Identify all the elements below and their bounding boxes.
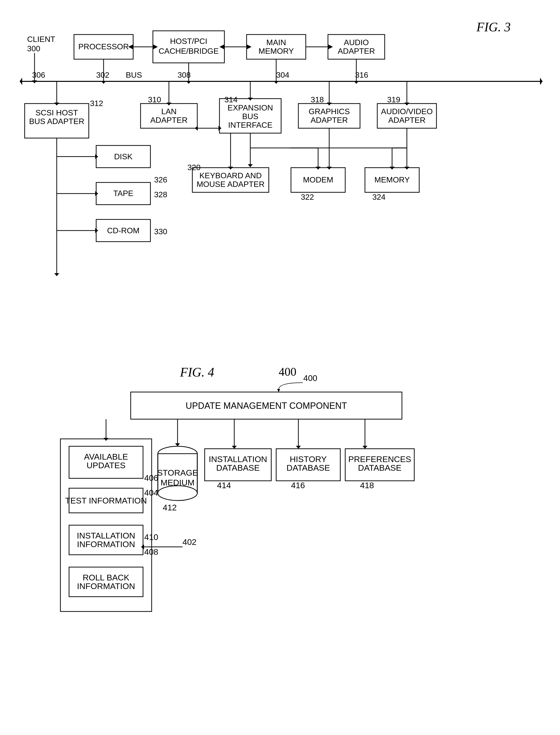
svg-text:324: 324 <box>372 193 385 201</box>
svg-marker-72 <box>54 273 59 276</box>
svg-text:304: 304 <box>276 71 289 79</box>
svg-text:406: 406 <box>144 473 158 483</box>
svg-text:INFORMATION: INFORMATION <box>77 581 135 591</box>
svg-text:318: 318 <box>311 95 324 104</box>
svg-text:319: 319 <box>387 95 400 104</box>
svg-text:MODEM: MODEM <box>303 175 333 184</box>
svg-text:320: 320 <box>187 163 200 172</box>
fig4-svg: .box-text4 { font-family: Arial, sans-se… <box>20 362 542 732</box>
svg-marker-148 <box>104 438 108 441</box>
svg-marker-123 <box>232 446 237 449</box>
svg-marker-20 <box>20 78 22 85</box>
svg-text:LAN: LAN <box>161 107 177 116</box>
svg-text:402: 402 <box>182 537 197 547</box>
svg-text:KEYBOARD AND: KEYBOARD AND <box>199 171 262 180</box>
svg-marker-117 <box>277 389 280 392</box>
svg-text:302: 302 <box>96 71 109 79</box>
fig3-diagram: FIG. 3 .box-text { font-family: Arial, s… <box>20 15 540 348</box>
svg-text:ADAPTER: ADAPTER <box>338 47 375 55</box>
svg-text:326: 326 <box>154 175 167 184</box>
svg-marker-125 <box>296 446 301 449</box>
svg-text:STORAGE: STORAGE <box>157 468 198 477</box>
svg-text:322: 322 <box>301 193 314 201</box>
svg-text:300: 300 <box>27 44 40 53</box>
svg-text:DATABASE: DATABASE <box>358 463 401 472</box>
svg-text:EXPANSION: EXPANSION <box>228 103 273 112</box>
svg-text:328: 328 <box>154 190 167 199</box>
svg-text:400: 400 <box>303 373 317 383</box>
svg-text:MEMORY: MEMORY <box>258 47 294 55</box>
svg-text:UPDATE MANAGEMENT COMPONENT: UPDATE MANAGEMENT COMPONENT <box>186 401 347 411</box>
svg-text:306: 306 <box>32 71 45 79</box>
svg-text:ADAPTER: ADAPTER <box>388 116 425 125</box>
svg-marker-35 <box>354 81 359 84</box>
svg-text:410: 410 <box>144 532 158 542</box>
svg-text:414: 414 <box>217 481 231 490</box>
svg-text:316: 316 <box>355 71 368 79</box>
svg-text:310: 310 <box>148 95 161 104</box>
svg-text:DISK: DISK <box>114 152 133 161</box>
fig4-diagram: FIG. 4 400 .box-text4 { font-family: Ari… <box>20 362 540 732</box>
svg-marker-33 <box>274 81 279 84</box>
svg-text:330: 330 <box>154 227 167 236</box>
svg-text:ADAPTER: ADAPTER <box>150 116 187 125</box>
svg-text:DATABASE: DATABASE <box>287 463 330 472</box>
svg-marker-121 <box>175 443 180 446</box>
svg-text:MEMORY: MEMORY <box>374 175 410 184</box>
svg-text:INTERFACE: INTERFACE <box>228 121 272 129</box>
svg-text:AUDIO/VIDEO: AUDIO/VIDEO <box>381 107 433 116</box>
svg-text:314: 314 <box>224 95 237 104</box>
svg-marker-21 <box>540 78 542 85</box>
svg-text:CLIENT: CLIENT <box>27 35 55 44</box>
svg-text:412: 412 <box>163 503 177 512</box>
svg-text:ADAPTER: ADAPTER <box>310 116 348 125</box>
svg-marker-127 <box>362 446 367 449</box>
svg-marker-31 <box>186 81 191 84</box>
svg-text:ROLL BACK: ROLL BACK <box>83 573 129 582</box>
svg-marker-92 <box>248 164 253 167</box>
svg-text:INSTALLATION: INSTALLATION <box>209 454 267 464</box>
svg-text:PREFERENCES: PREFERENCES <box>348 454 411 464</box>
svg-text:HOST/PCI: HOST/PCI <box>170 37 207 46</box>
svg-text:AUDIO: AUDIO <box>344 38 369 47</box>
fig3-svg: .box-text { font-family: Arial, sans-ser… <box>20 15 542 348</box>
svg-text:312: 312 <box>90 99 103 108</box>
svg-text:MEDIUM: MEDIUM <box>161 478 195 487</box>
svg-text:TAPE: TAPE <box>113 189 133 198</box>
svg-text:BUS: BUS <box>242 112 258 121</box>
svg-text:PROCESSOR: PROCESSOR <box>78 42 129 51</box>
svg-text:418: 418 <box>360 481 374 490</box>
svg-text:CACHE/BRIDGE: CACHE/BRIDGE <box>159 47 219 55</box>
svg-text:BUS ADAPTER: BUS ADAPTER <box>29 117 84 126</box>
svg-text:416: 416 <box>291 481 305 490</box>
svg-text:GRAPHICS: GRAPHICS <box>308 107 350 116</box>
svg-text:TEST INFORMATION: TEST INFORMATION <box>65 496 147 505</box>
svg-text:INFORMATION: INFORMATION <box>77 539 135 549</box>
svg-text:AVAILABLE: AVAILABLE <box>84 452 128 461</box>
svg-text:CD-ROM: CD-ROM <box>107 226 140 235</box>
svg-text:HISTORY: HISTORY <box>290 454 327 464</box>
svg-marker-29 <box>101 81 106 84</box>
svg-text:MOUSE ADAPTER: MOUSE ADAPTER <box>197 180 265 189</box>
svg-text:BUS: BUS <box>126 71 142 79</box>
svg-text:MAIN: MAIN <box>266 38 286 47</box>
svg-text:408: 408 <box>144 547 158 556</box>
svg-text:UPDATES: UPDATES <box>87 461 126 470</box>
svg-text:INSTALLATION: INSTALLATION <box>77 531 135 540</box>
svg-text:SCSI HOST: SCSI HOST <box>36 108 78 117</box>
svg-text:DATABASE: DATABASE <box>216 463 260 472</box>
svg-point-153 <box>158 486 197 501</box>
